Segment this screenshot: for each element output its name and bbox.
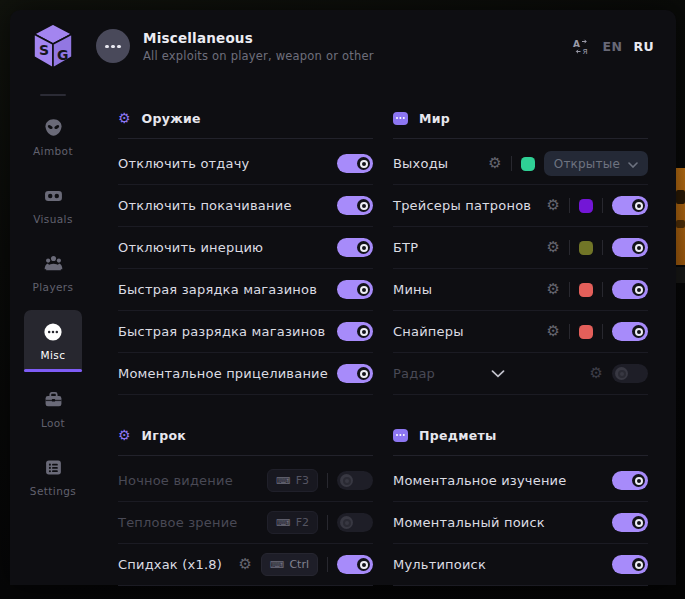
setting-row: Моментальное изучение xyxy=(393,460,648,502)
section-header: Мир xyxy=(393,106,648,130)
translate-icon[interactable]: A я xyxy=(572,38,592,55)
sidebar: AimbotVisualsPlayersMiscLootSettings xyxy=(10,82,96,585)
toggle[interactable] xyxy=(337,238,373,257)
sidebar-item-players[interactable]: Players xyxy=(24,242,82,304)
toggle[interactable] xyxy=(612,555,648,574)
setting-row: Ночное видение⌨F3 xyxy=(118,460,373,502)
toggle[interactable] xyxy=(612,238,648,257)
setting-row: Тепловое зрение⌨F2 xyxy=(118,502,373,544)
toggle[interactable] xyxy=(612,364,648,383)
setting-row: Трейсеры патронов⚙ xyxy=(393,185,648,227)
setting-label: Радар xyxy=(393,366,435,381)
expand-chevron-down-icon[interactable] xyxy=(491,370,505,378)
sidebar-divider xyxy=(40,94,66,96)
separator xyxy=(569,240,570,255)
gear-icon[interactable]: ⚙ xyxy=(547,240,560,255)
separator xyxy=(569,282,570,297)
gear-icon[interactable]: ⚙ xyxy=(590,366,603,381)
keybind-label: Ctrl xyxy=(289,558,309,571)
main-content: ⚙ОружиеОтключить отдачуОтключить покачив… xyxy=(96,82,676,585)
toggle[interactable] xyxy=(612,280,648,299)
row-controls: ⚙ xyxy=(547,322,648,341)
keybind-badge[interactable]: ⌨F3 xyxy=(267,469,318,492)
section-title: Оружие xyxy=(142,111,201,126)
gear-icon[interactable]: ⚙ xyxy=(547,324,560,339)
sidebar-item-loot[interactable]: Loot xyxy=(24,378,82,440)
lang-en-button[interactable]: EN xyxy=(603,39,623,54)
section-header: ⚙Игрок xyxy=(118,423,373,447)
setting-row: Отключить инерцию xyxy=(118,227,373,269)
toggle[interactable] xyxy=(337,513,373,532)
toggle-knob xyxy=(632,199,645,212)
background-game-fragment xyxy=(676,168,685,265)
separator xyxy=(602,198,603,213)
separator xyxy=(569,324,570,339)
toggle[interactable] xyxy=(337,364,373,383)
gear-icon[interactable]: ⚙ xyxy=(488,156,501,171)
color-swatch[interactable] xyxy=(579,283,593,297)
color-swatch[interactable] xyxy=(579,241,593,255)
setting-row: Радар⚙ xyxy=(393,353,648,395)
toggle-knob xyxy=(632,241,645,254)
sidebar-item-label: Visuals xyxy=(33,213,73,225)
keybind-badge[interactable]: ⌨Ctrl xyxy=(261,553,318,576)
sidebar-item-label: Players xyxy=(33,281,74,293)
section-divider xyxy=(393,455,648,456)
sidebar-item-label: Misc xyxy=(41,349,66,361)
gear-icon[interactable]: ⚙ xyxy=(547,198,560,213)
language-switcher: A я EN RU xyxy=(572,38,654,55)
section-игрок: ⚙ИгрокНочное видение⌨F3Тепловое зрение⌨F… xyxy=(118,423,373,586)
row-controls xyxy=(337,322,373,341)
setting-row: Быстрая зарядка магазинов xyxy=(118,269,373,311)
toggle[interactable] xyxy=(337,280,373,299)
sidebar-item-aimbot[interactable]: Aimbot xyxy=(24,106,82,168)
separator xyxy=(511,156,512,171)
toggle[interactable] xyxy=(612,196,648,215)
row-controls xyxy=(337,238,373,257)
separator xyxy=(327,557,328,572)
gear-icon[interactable]: ⚙ xyxy=(239,557,252,572)
setting-row: Мультипоиск xyxy=(393,544,648,586)
row-controls: ⚙Открытые xyxy=(488,151,648,176)
toggle[interactable] xyxy=(337,154,373,173)
toggle[interactable] xyxy=(612,513,648,532)
color-swatch[interactable] xyxy=(579,199,593,213)
toggle[interactable] xyxy=(337,322,373,341)
section-header: ⚙Оружие xyxy=(118,106,373,130)
cheat-menu-window: S G Miscellaneous All exploits on player… xyxy=(10,10,676,585)
sidebar-item-visuals[interactable]: Visuals xyxy=(24,174,82,236)
toggle-knob xyxy=(615,367,628,380)
sidebar-item-misc[interactable]: Misc xyxy=(24,310,82,372)
setting-label: Отключить инерцию xyxy=(118,240,263,255)
gear-icon[interactable]: ⚙ xyxy=(547,282,560,297)
color-swatch[interactable] xyxy=(579,325,593,339)
section-мир: МирВыходы⚙ОткрытыеТрейсеры патронов⚙БТР⚙… xyxy=(393,106,648,395)
dropdown[interactable]: Открытые xyxy=(544,151,648,176)
keyboard-icon: ⌨ xyxy=(270,560,284,570)
lang-ru-button[interactable]: RU xyxy=(633,39,654,54)
toggle[interactable] xyxy=(337,555,373,574)
keybind-badge[interactable]: ⌨F2 xyxy=(267,511,318,534)
section-divider xyxy=(118,138,373,139)
toggle[interactable] xyxy=(612,322,648,341)
page-ellipsis-icon xyxy=(96,29,130,63)
ellipsis-circle-icon xyxy=(43,322,63,342)
setting-row: Мины⚙ xyxy=(393,269,648,311)
section-предметы: ПредметыМоментальное изучениеМоментальны… xyxy=(393,423,648,586)
separator xyxy=(569,198,570,213)
color-swatch[interactable] xyxy=(521,157,535,171)
setting-row: Выходы⚙Открытые xyxy=(393,143,648,185)
vr-goggles-icon xyxy=(44,186,63,206)
row-controls: ⚙ xyxy=(547,196,648,215)
toggle[interactable] xyxy=(337,471,373,490)
toggle-knob xyxy=(357,241,370,254)
row-controls: ⚙ xyxy=(547,238,648,257)
toggle[interactable] xyxy=(337,196,373,215)
toggle[interactable] xyxy=(612,471,648,490)
setting-row: Снайперы⚙ xyxy=(393,311,648,353)
row-controls: ⌨F3 xyxy=(267,469,373,492)
toggle-knob xyxy=(632,474,645,487)
section-header: Предметы xyxy=(393,423,648,447)
section-divider xyxy=(118,455,373,456)
sidebar-item-settings[interactable]: Settings xyxy=(24,446,82,508)
